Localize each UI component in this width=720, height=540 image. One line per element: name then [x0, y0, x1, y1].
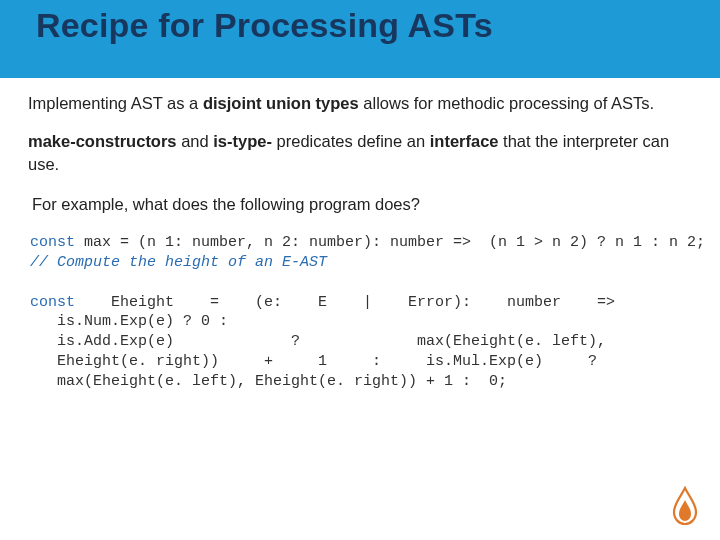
code-block-1: const max = (n 1: number, n 2: number): … — [28, 233, 692, 273]
slide-body: Implementing AST as a disjoint union typ… — [0, 78, 720, 392]
code-text: Eheight = (e: E | Error): number => — [75, 293, 615, 313]
paragraph-1: Implementing AST as a disjoint union typ… — [28, 92, 692, 114]
bold-text: is-type- — [213, 132, 272, 150]
code-row: is.Add.Exp(e) ? max(Eheight(e. left), — [30, 332, 692, 352]
slide-title: Recipe for Processing ASTs — [36, 6, 493, 45]
code-text: max = (n 1: number, n 2: number): number… — [75, 234, 705, 251]
title-bar: Recipe for Processing ASTs — [0, 0, 720, 78]
keyword: const — [30, 234, 75, 251]
keyword: const — [30, 293, 75, 313]
code-text: is.Num.Exp(e) ? 0 : — [30, 312, 228, 332]
code-text: is.Add.Exp(e) ? max(Eheight(e. left), — [30, 332, 606, 352]
code-text: Eheight(e. right)) + 1 : is.Mul.Exp(e) ? — [30, 352, 597, 372]
code-comment: // Compute the height of an E-AST — [30, 254, 327, 271]
text: predicates define an — [272, 132, 430, 150]
paragraph-2: make-constructors and is-type- predicate… — [28, 130, 692, 175]
paragraph-3: For example, what does the following pro… — [28, 193, 692, 215]
code-row: max(Eheight(e. left), Eheight(e. right))… — [30, 372, 692, 392]
text: and — [177, 132, 214, 150]
code-row: Eheight(e. right)) + 1 : is.Mul.Exp(e) ? — [30, 352, 692, 372]
code-block-2: const Eheight = (e: E | Error): number =… — [28, 293, 692, 392]
logo-icon — [668, 486, 702, 530]
bold-text: disjoint union types — [203, 94, 359, 112]
code-row: is.Num.Exp(e) ? 0 : — [30, 312, 692, 332]
text: allows for methodic processing of ASTs. — [359, 94, 654, 112]
text: Implementing AST as a — [28, 94, 203, 112]
bold-text: make-constructors — [28, 132, 177, 150]
bold-text: interface — [430, 132, 499, 150]
code-row: const Eheight = (e: E | Error): number =… — [30, 293, 692, 313]
code-text: max(Eheight(e. left), Eheight(e. right))… — [30, 372, 507, 392]
